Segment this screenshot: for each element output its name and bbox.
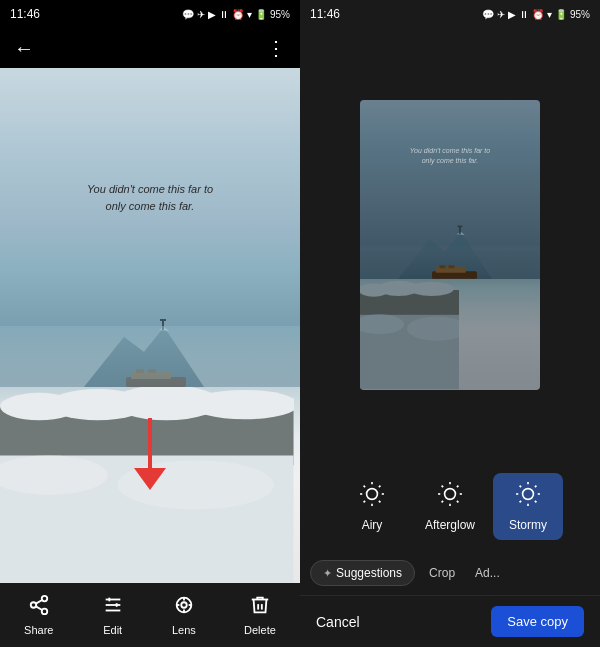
photo-right: You didn't come this far to only come th… <box>300 28 600 461</box>
svg-rect-36 <box>458 226 463 228</box>
svg-line-74 <box>535 485 537 487</box>
bottom-toolbar: Share Edit <box>0 583 300 647</box>
pause-icon-r: ⏸ <box>519 9 529 20</box>
share-button[interactable]: Share <box>24 594 53 636</box>
telegram-icon: ✈ <box>197 9 205 20</box>
lens-icon <box>173 594 195 621</box>
houseboat-svg-right <box>432 265 477 279</box>
quote-text-left: You didn't come this far to only come th… <box>87 181 213 214</box>
telegram-icon-r: ✈ <box>497 9 505 20</box>
battery-percent-r: 95% <box>570 9 590 20</box>
more-options-icon[interactable]: ⋮ <box>266 36 286 60</box>
filter-airy-label: Airy <box>362 518 383 532</box>
action-bar: Cancel Save copy <box>300 595 600 647</box>
top-bar-left: ← ⋮ <box>0 28 300 68</box>
battery-icon: 🔋 <box>255 9 267 20</box>
filter-afterglow-icon <box>437 481 463 513</box>
share-icon <box>28 594 50 621</box>
lens-button[interactable]: Lens <box>172 594 196 636</box>
svg-point-48 <box>367 488 378 499</box>
whatsapp-icon: 💬 <box>182 9 194 20</box>
pause-icon: ⏸ <box>219 9 229 20</box>
delete-label: Delete <box>244 624 276 636</box>
photo-left: You didn't come this far to only come th… <box>0 68 300 583</box>
svg-rect-39 <box>440 266 446 269</box>
suggestions-bar: ✦ Suggestions Crop Ad... <box>300 551 600 595</box>
svg-line-60 <box>442 485 444 487</box>
svg-point-17 <box>42 596 48 602</box>
crop-tab[interactable]: Crop <box>423 561 461 585</box>
status-bar-right: 11:46 💬 ✈ ▶ ⏸ ⏰ ▾ 🔋 95% <box>300 0 600 28</box>
svg-marker-34 <box>457 232 465 235</box>
svg-line-51 <box>364 485 366 487</box>
adjust-tab[interactable]: Ad... <box>469 561 506 585</box>
photo-frame-right: You didn't come this far to only come th… <box>360 100 540 390</box>
edit-icon <box>102 594 124 621</box>
filter-airy-icon <box>359 481 385 513</box>
filter-stormy-label: Stormy <box>509 518 547 532</box>
svg-line-65 <box>457 485 459 487</box>
wifi-icon: ▾ <box>247 9 252 20</box>
wifi-icon-r: ▾ <box>547 9 552 20</box>
svg-point-57 <box>445 488 456 499</box>
signal-icon: ▶ <box>208 9 216 20</box>
svg-line-20 <box>36 606 42 610</box>
arrow-line <box>148 418 152 468</box>
svg-line-64 <box>442 500 444 502</box>
suggestions-button[interactable]: ✦ Suggestions <box>310 560 415 586</box>
status-time-right: 11:46 <box>310 7 340 21</box>
filter-afterglow[interactable]: Afterglow <box>413 473 487 540</box>
right-panel: 11:46 💬 ✈ ▶ ⏸ ⏰ ▾ 🔋 95% You didn't come … <box>300 0 600 647</box>
svg-point-44 <box>410 282 454 296</box>
svg-line-52 <box>379 500 381 502</box>
alarm-icon: ⏰ <box>232 9 244 20</box>
filter-stormy[interactable]: Stormy <box>493 473 563 540</box>
svg-line-61 <box>457 500 459 502</box>
back-button[interactable]: ← <box>14 37 34 60</box>
svg-line-69 <box>520 485 522 487</box>
filter-airy[interactable]: Airy <box>337 473 407 540</box>
svg-line-70 <box>535 500 537 502</box>
arrow-overlay <box>134 418 166 490</box>
svg-point-18 <box>31 602 37 608</box>
star-icon: ✦ <box>323 567 332 580</box>
whatsapp-icon-r: 💬 <box>482 9 494 20</box>
svg-line-56 <box>379 485 381 487</box>
status-icons-right: 💬 ✈ ▶ ⏸ ⏰ ▾ 🔋 95% <box>482 9 590 20</box>
delete-button[interactable]: Delete <box>244 594 276 636</box>
status-bar-left: 11:46 💬 ✈ ▶ ⏸ ⏰ ▾ 🔋 95% <box>0 0 300 28</box>
svg-line-73 <box>520 500 522 502</box>
edit-button[interactable]: Edit <box>102 594 124 636</box>
svg-rect-35 <box>459 227 461 235</box>
svg-rect-40 <box>449 266 455 269</box>
delete-icon <box>249 594 271 621</box>
battery-icon-r: 🔋 <box>555 9 567 20</box>
status-time-left: 11:46 <box>10 7 40 21</box>
filter-stormy-icon <box>515 481 541 513</box>
left-panel: 11:46 💬 ✈ ▶ ⏸ ⏰ ▾ 🔋 95% ← ⋮ You didn't c… <box>0 0 300 647</box>
lens-label: Lens <box>172 624 196 636</box>
svg-point-66 <box>523 488 534 499</box>
signal-icon-r: ▶ <box>508 9 516 20</box>
arrow-head <box>134 468 166 490</box>
alarm-icon-r: ⏰ <box>532 9 544 20</box>
svg-point-28 <box>181 602 187 608</box>
cancel-button[interactable]: Cancel <box>316 614 360 630</box>
save-copy-button[interactable]: Save copy <box>491 606 584 637</box>
snow-foreground-right <box>360 279 459 389</box>
battery-percent: 95% <box>270 9 290 20</box>
svg-line-21 <box>36 600 42 604</box>
filter-strip: Airy Afterglow <box>300 461 600 551</box>
svg-point-19 <box>42 609 48 615</box>
svg-rect-4 <box>160 319 166 321</box>
suggestions-label: Suggestions <box>336 566 402 580</box>
svg-point-13 <box>191 390 294 419</box>
photo-background-left: You didn't come this far to only come th… <box>0 68 300 583</box>
svg-line-55 <box>364 500 366 502</box>
filter-afterglow-label: Afterglow <box>425 518 475 532</box>
share-label: Share <box>24 624 53 636</box>
edit-label: Edit <box>103 624 122 636</box>
quote-text-right: You didn't come this far to only come th… <box>410 146 490 167</box>
status-icons-left: 💬 ✈ ▶ ⏸ ⏰ ▾ 🔋 95% <box>182 9 290 20</box>
